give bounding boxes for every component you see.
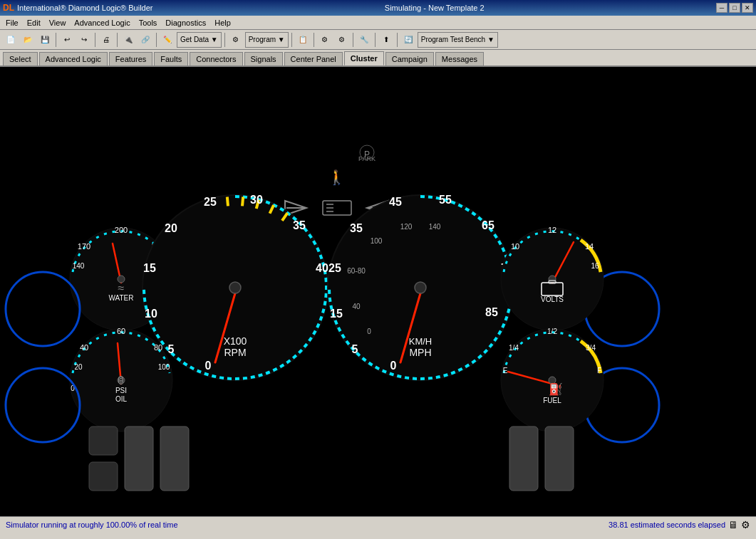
menu-tools[interactable]: Tools bbox=[135, 17, 162, 28]
program-test-bench-button[interactable]: Program Test Bench ▼ bbox=[418, 32, 498, 48]
tab-cluster[interactable]: Cluster bbox=[344, 51, 384, 66]
toolbar-sep10 bbox=[397, 33, 398, 47]
titlebar: DL International® Diamond Logic® Builder… bbox=[0, 0, 756, 16]
svg-text:1/2: 1/2 bbox=[547, 328, 557, 335]
toolbar-connect2[interactable]: 🔗 bbox=[138, 32, 153, 48]
svg-text:10: 10 bbox=[511, 242, 519, 251]
svg-text:E: E bbox=[503, 367, 508, 375]
svg-text:🛢: 🛢 bbox=[116, 375, 126, 386]
svg-text:20: 20 bbox=[74, 363, 83, 371]
menu-diagnostics[interactable]: Diagnostics bbox=[161, 17, 210, 28]
tab-campaign[interactable]: Campaign bbox=[385, 52, 434, 66]
svg-text:100: 100 bbox=[158, 363, 170, 371]
menu-view[interactable]: View bbox=[45, 17, 71, 28]
svg-text:KM/H: KM/H bbox=[409, 336, 433, 347]
svg-text:15: 15 bbox=[330, 308, 343, 320]
svg-text:RPM: RPM bbox=[224, 347, 246, 358]
svg-text:35: 35 bbox=[293, 219, 306, 231]
svg-text:200: 200 bbox=[115, 226, 128, 234]
svg-text:🚶: 🚶 bbox=[328, 169, 346, 186]
svg-text:60-80: 60-80 bbox=[347, 267, 366, 275]
toolbar-sep9 bbox=[375, 33, 376, 47]
main-content: PARK P 🚶 bbox=[0, 67, 756, 516]
program-button[interactable]: Program ▼ bbox=[245, 32, 289, 48]
svg-point-96 bbox=[549, 276, 556, 283]
tab-faults[interactable]: Faults bbox=[154, 52, 188, 66]
svg-text:5: 5 bbox=[352, 343, 358, 355]
svg-text:0: 0 bbox=[367, 328, 371, 335]
tab-messages[interactable]: Messages bbox=[435, 52, 484, 66]
tab-advanced-logic[interactable]: Advanced Logic bbox=[39, 52, 108, 66]
svg-text:X100: X100 bbox=[224, 335, 247, 347]
app-title: International® Diamond Logic® Builder bbox=[17, 4, 152, 12]
window-title: Simulating - New Template 2 bbox=[385, 4, 485, 12]
toolbar-sep8 bbox=[353, 33, 353, 47]
svg-rect-113 bbox=[160, 427, 189, 491]
svg-text:FUEL: FUEL bbox=[543, 397, 561, 404]
tab-connectors[interactable]: Connectors bbox=[190, 52, 242, 66]
toolbar-program-icon[interactable]: ⚙ bbox=[228, 32, 244, 48]
svg-text:55: 55 bbox=[439, 194, 452, 206]
svg-text:140: 140 bbox=[429, 223, 441, 231]
svg-rect-115 bbox=[545, 427, 574, 491]
svg-text:40: 40 bbox=[316, 262, 328, 274]
toolbar-sep7 bbox=[314, 33, 314, 47]
svg-rect-114 bbox=[509, 427, 538, 491]
svg-text:45: 45 bbox=[389, 196, 402, 208]
toolbar-doc[interactable]: 📋 bbox=[295, 32, 311, 48]
get-data-button[interactable]: Get Data ▼ bbox=[177, 32, 222, 48]
svg-text:3/4: 3/4 bbox=[586, 344, 596, 352]
menu-file[interactable]: File bbox=[1, 17, 23, 28]
maximize-button[interactable]: □ bbox=[729, 3, 740, 13]
menubar: File Edit View Advanced Logic Tools Diag… bbox=[0, 16, 756, 30]
toolbar-upload[interactable]: ⬆ bbox=[378, 32, 394, 48]
svg-point-68 bbox=[229, 282, 241, 293]
svg-text:20: 20 bbox=[165, 222, 177, 234]
tab-center-panel[interactable]: Center Panel bbox=[284, 52, 343, 66]
svg-line-51 bbox=[227, 197, 228, 206]
toolbar-redo[interactable]: ↪ bbox=[76, 32, 92, 48]
cluster-area: PARK P 🚶 bbox=[0, 67, 756, 516]
svg-text:0: 0 bbox=[205, 360, 212, 372]
toolbar-sync[interactable]: 🔄 bbox=[400, 32, 416, 48]
toolbar-print[interactable]: 🖨 bbox=[98, 32, 114, 48]
svg-text:P: P bbox=[364, 150, 370, 159]
toolbar-save[interactable]: 💾 bbox=[37, 32, 53, 48]
svg-text:30: 30 bbox=[250, 194, 263, 206]
close-button[interactable]: ✕ bbox=[742, 3, 753, 13]
svg-text:≈: ≈ bbox=[118, 282, 125, 294]
svg-text:OIL: OIL bbox=[115, 395, 128, 403]
svg-text:40: 40 bbox=[352, 303, 361, 310]
statusbar: Simulator running at roughly 100.00% of … bbox=[0, 516, 756, 532]
svg-text:VOLTS: VOLTS bbox=[541, 295, 564, 303]
svg-text:65: 65 bbox=[482, 219, 494, 231]
svg-text:⛽: ⛽ bbox=[549, 382, 563, 396]
toolbar-new[interactable]: 📄 bbox=[3, 32, 19, 48]
toolbar-gear2[interactable]: ⚙ bbox=[334, 32, 350, 48]
toolbar-connect1[interactable]: 🔌 bbox=[120, 32, 136, 48]
minimize-button[interactable]: ─ bbox=[716, 3, 727, 13]
toolbar-wrench[interactable]: 🔧 bbox=[356, 32, 372, 48]
svg-text:40: 40 bbox=[80, 343, 88, 352]
tab-features[interactable]: Features bbox=[109, 52, 152, 66]
tab-signals[interactable]: Signals bbox=[244, 52, 283, 66]
toolbar-sep2 bbox=[95, 33, 95, 47]
svg-text:F: F bbox=[597, 367, 601, 375]
toolbar-edit-pen[interactable]: ✏️ bbox=[160, 32, 175, 48]
menu-help[interactable]: Help bbox=[210, 17, 235, 28]
menu-edit[interactable]: Edit bbox=[23, 17, 45, 28]
toolbar-undo[interactable]: ↩ bbox=[59, 32, 75, 48]
toolbar-sep5 bbox=[224, 33, 225, 47]
statusbar-icon1: 🖥 bbox=[728, 519, 738, 530]
toolbar-sep6 bbox=[291, 33, 292, 47]
toolbar-gear1[interactable]: ⚙ bbox=[317, 32, 333, 48]
tab-select[interactable]: Select bbox=[3, 52, 38, 66]
svg-text:PSI: PSI bbox=[115, 387, 127, 394]
svg-text:85: 85 bbox=[485, 306, 498, 318]
toolbar-open[interactable]: 📂 bbox=[20, 32, 36, 48]
menu-advanced-logic[interactable]: Advanced Logic bbox=[70, 17, 134, 28]
gauges-svg: PARK P 🚶 bbox=[0, 67, 756, 516]
tabbar: Select Advanced Logic Features Faults Co… bbox=[0, 50, 756, 67]
statusbar-simulator-status: Simulator running at roughly 100.00% of … bbox=[6, 520, 178, 529]
svg-text:170: 170 bbox=[78, 242, 90, 251]
